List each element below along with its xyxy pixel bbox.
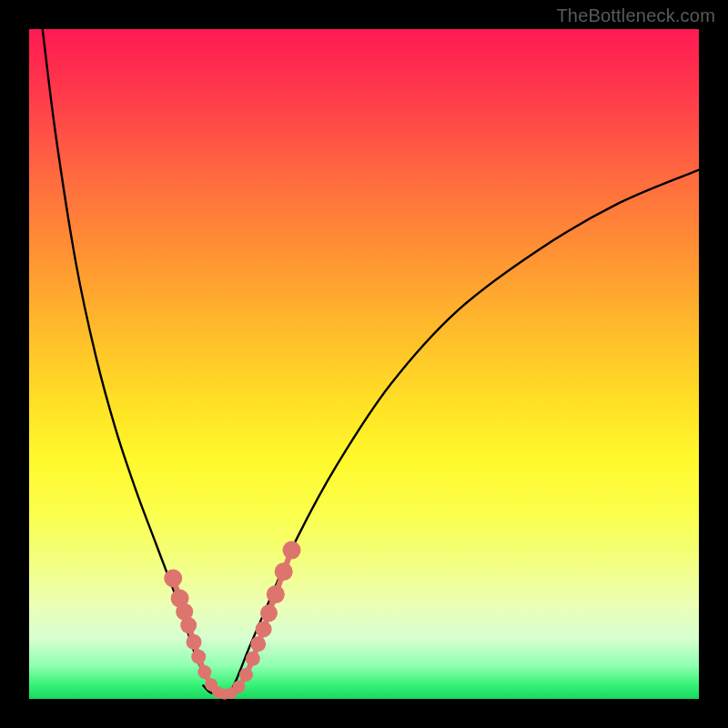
bead-dot <box>246 652 260 666</box>
bead-dot <box>180 617 197 633</box>
bead-dot <box>256 621 272 637</box>
attribution-text: TheBottleneck.com <box>556 5 715 26</box>
chart-stage: TheBottleneck.com <box>0 0 728 728</box>
bead-dot <box>260 604 278 622</box>
curve-right-curve <box>230 170 699 693</box>
bead-dot <box>283 541 301 560</box>
bead-dot <box>267 585 285 603</box>
bead-dot <box>197 665 211 679</box>
bead-dot <box>191 650 206 664</box>
plot-area <box>29 29 699 699</box>
bead-dot <box>187 634 202 650</box>
bead-dot <box>250 636 266 652</box>
bead-dot <box>164 570 182 588</box>
curve-left-curve <box>43 29 217 693</box>
bead-dot <box>232 681 245 693</box>
bead-dot <box>239 668 253 682</box>
bead-dot <box>275 562 293 581</box>
curve-layer <box>29 29 699 699</box>
